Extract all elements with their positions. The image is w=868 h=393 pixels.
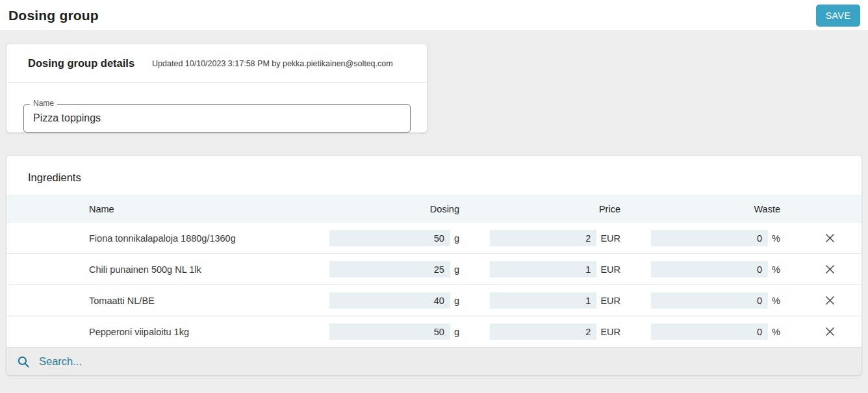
dosing-input[interactable] — [329, 230, 450, 246]
dosing-group-details-card: Dosing group details Updated 10/10/2023 … — [6, 44, 427, 133]
row-actions-cell — [780, 292, 862, 309]
price-input[interactable] — [490, 230, 596, 246]
dosing-cell: g — [329, 323, 459, 340]
dosing-unit-label: g — [454, 327, 459, 337]
waste-input[interactable] — [651, 261, 768, 277]
ingredient-row: Pepperoni viipaloitu 1kg g EUR % — [6, 316, 862, 348]
price-input[interactable] — [490, 292, 596, 309]
ingredient-name: Pepperoni viipaloitu 1kg — [88, 327, 329, 337]
ingredient-name: Tomaatti NL/BE — [88, 296, 329, 306]
waste-input[interactable] — [651, 292, 768, 309]
dosing-unit-label: g — [454, 233, 459, 244]
waste-unit-label: % — [772, 296, 780, 306]
name-field-wrap: Name — [23, 104, 411, 133]
column-header-waste: Waste — [620, 204, 780, 214]
remove-ingredient-button[interactable] — [822, 230, 839, 247]
ingredients-table-body: Fiona tonnikalapaloja 1880g/1360g g EUR … — [6, 223, 862, 348]
waste-cell: % — [620, 261, 780, 277]
ingredient-row: Tomaatti NL/BE g EUR % — [6, 285, 862, 316]
price-cell: EUR — [459, 230, 620, 246]
row-actions-cell — [780, 230, 862, 247]
details-card-title: Dosing group details — [28, 57, 134, 70]
price-unit-label: EUR — [600, 264, 620, 275]
updated-by-text: Updated 10/10/2023 3:17:58 PM by pekka.p… — [152, 59, 393, 68]
waste-cell: % — [620, 230, 780, 246]
column-header-dosing: Dosing — [329, 204, 459, 214]
top-bar: Dosing group SAVE — [0, 0, 868, 31]
ingredient-name: Chili punainen 500g NL 1lk — [88, 264, 329, 275]
remove-ingredient-button[interactable] — [822, 261, 839, 278]
waste-cell: % — [620, 323, 780, 340]
dosing-input[interactable] — [329, 323, 450, 340]
column-header-price: Price — [459, 204, 620, 214]
waste-input[interactable] — [651, 323, 768, 340]
main-content: Dosing group details Updated 10/10/2023 … — [0, 31, 868, 375]
dosing-cell: g — [329, 292, 459, 309]
dosing-cell: g — [329, 261, 459, 277]
remove-ingredient-button[interactable] — [822, 292, 839, 309]
search-input[interactable] — [39, 355, 851, 368]
close-icon — [824, 264, 836, 275]
dosing-cell: g — [329, 230, 459, 246]
ingredients-title: Ingredients — [6, 156, 862, 195]
waste-unit-label: % — [772, 233, 780, 244]
ingredient-search-bar — [6, 348, 862, 375]
ingredient-row: Fiona tonnikalapaloja 1880g/1360g g EUR … — [6, 223, 862, 254]
save-button[interactable]: SAVE — [816, 5, 860, 27]
price-unit-label: EUR — [600, 233, 620, 244]
dosing-input[interactable] — [329, 261, 450, 277]
price-cell: EUR — [459, 261, 620, 277]
ingredient-name: Fiona tonnikalapaloja 1880g/1360g — [88, 233, 329, 244]
ingredients-card: Ingredients Name Dosing Price Waste Fion… — [6, 156, 862, 375]
waste-unit-label: % — [772, 264, 780, 275]
close-icon — [824, 233, 836, 244]
ingredient-row: Chili punainen 500g NL 1lk g EUR % — [6, 254, 862, 285]
name-field-label: Name — [30, 99, 57, 108]
price-unit-label: EUR — [600, 296, 620, 306]
name-input[interactable] — [23, 104, 411, 133]
waste-input[interactable] — [651, 230, 768, 246]
close-icon — [824, 326, 836, 337]
dosing-unit-label: g — [454, 264, 459, 275]
row-actions-cell — [780, 323, 862, 340]
row-actions-cell — [780, 261, 862, 278]
remove-ingredient-button[interactable] — [822, 323, 839, 340]
waste-unit-label: % — [772, 327, 780, 337]
price-unit-label: EUR — [600, 327, 620, 337]
waste-cell: % — [620, 292, 780, 309]
price-cell: EUR — [459, 292, 620, 309]
dosing-unit-label: g — [454, 296, 459, 306]
price-input[interactable] — [490, 261, 596, 277]
ingredients-table-header: Name Dosing Price Waste — [6, 195, 862, 223]
price-cell: EUR — [459, 323, 620, 340]
details-card-header: Dosing group details Updated 10/10/2023 … — [6, 44, 427, 83]
close-icon — [824, 295, 836, 306]
price-input[interactable] — [490, 323, 596, 340]
search-icon — [17, 355, 30, 368]
page-title: Dosing group — [8, 8, 99, 23]
column-header-name: Name — [88, 204, 329, 214]
dosing-input[interactable] — [329, 292, 450, 309]
